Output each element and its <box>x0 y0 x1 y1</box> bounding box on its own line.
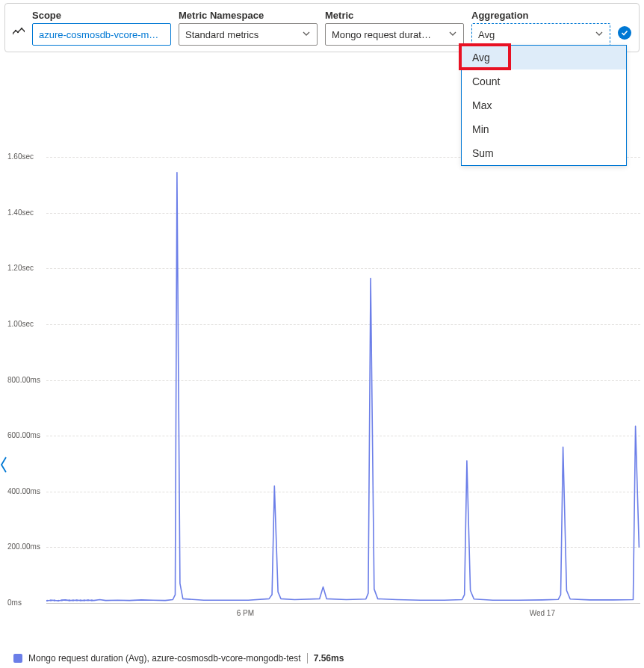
chart-area: 1.60sec1.40sec1.20sec1.00sec800.00ms600.… <box>0 120 644 628</box>
metric-label: Metric <box>325 10 464 21</box>
chevron-down-icon <box>595 29 604 40</box>
aggregation-field: Aggregation Avg <box>471 10 610 46</box>
chart-legend: Mongo request duration (Avg), azure-cosm… <box>13 653 344 664</box>
x-tick-label: Wed 17 <box>530 609 555 617</box>
x-tick-label: 6 PM <box>237 609 254 617</box>
y-tick-label: 200.00ms <box>7 542 40 551</box>
scope-value: azure-cosmosdb-vcore-m… <box>39 29 158 40</box>
line-chart-icon <box>13 26 25 37</box>
x-axis: 6 PMWed 17 <box>46 609 640 624</box>
chart-line-series <box>46 120 640 605</box>
svg-point-2 <box>17 31 19 33</box>
y-tick-label: 1.40sec <box>7 208 34 217</box>
aggregation-option-min[interactable]: Min <box>462 117 626 141</box>
y-tick-label: 1.20sec <box>7 264 34 272</box>
svg-point-1 <box>15 30 16 31</box>
chevron-down-icon <box>302 29 311 40</box>
y-tick-label: 0ms <box>7 599 22 607</box>
aggregation-option-count[interactable]: Count <box>462 69 626 93</box>
legend-color-swatch <box>13 654 22 663</box>
scope-field: Scope azure-cosmosdb-vcore-m… <box>32 10 171 46</box>
aggregation-option-max[interactable]: Max <box>462 93 626 117</box>
legend-series-label: Mongo request duration (Avg), azure-cosm… <box>28 653 301 664</box>
namespace-label: Metric Namespace <box>179 10 318 21</box>
metric-selector[interactable]: Mongo request durat… <box>325 23 464 46</box>
y-tick-label: 1.00sec <box>7 320 34 328</box>
confirm-check-icon[interactable] <box>618 26 631 40</box>
aggregation-value: Avg <box>478 29 495 40</box>
y-tick-label: 400.00ms <box>7 487 40 495</box>
metric-field: Metric Mongo request durat… <box>325 10 464 46</box>
y-axis: 1.60sec1.40sec1.20sec1.00sec800.00ms600.… <box>7 120 46 605</box>
aggregation-option-sum[interactable]: Sum <box>462 141 626 165</box>
chevron-down-icon <box>448 29 457 40</box>
namespace-field: Metric Namespace Standard metrics <box>179 10 318 46</box>
aggregation-label: Aggregation <box>471 10 610 21</box>
chart-expand-handle[interactable] <box>0 456 7 478</box>
scope-label: Scope <box>32 10 171 21</box>
namespace-selector[interactable]: Standard metrics <box>179 23 318 46</box>
scope-selector[interactable]: azure-cosmosdb-vcore-m… <box>32 23 171 46</box>
aggregation-dropdown: Avg Count Max Min Sum <box>461 45 627 166</box>
metric-value: Mongo request durat… <box>332 29 431 40</box>
y-tick-label: 800.00ms <box>7 376 40 384</box>
y-tick-label: 600.00ms <box>7 431 40 439</box>
y-tick-label: 1.60sec <box>7 152 34 161</box>
legend-series-value: 7.56ms <box>307 653 344 664</box>
namespace-value: Standard metrics <box>185 29 258 40</box>
aggregation-selector[interactable]: Avg <box>471 23 610 46</box>
aggregation-option-avg[interactable]: Avg <box>462 46 626 69</box>
